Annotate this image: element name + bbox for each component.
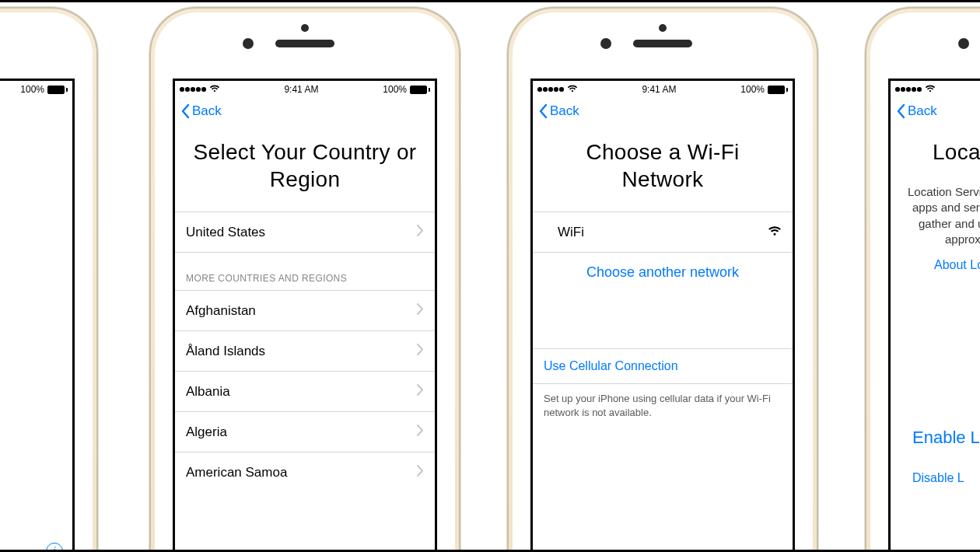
wifi-status-icon	[209, 85, 220, 94]
enable-location-button[interactable]: Enable Lo	[891, 409, 980, 448]
phone-location: Back Locatio Location Service apps and s…	[865, 7, 980, 552]
chevron-right-icon	[417, 424, 424, 440]
network-name: WiFi	[544, 225, 584, 240]
country-label: American Samoa	[186, 465, 287, 480]
country-row[interactable]: American Samoa	[175, 452, 435, 492]
back-button[interactable]: Back	[895, 103, 937, 119]
country-label: Albania	[186, 384, 230, 400]
phone-country: 9:41 AM 100% Back Select Your Country or…	[149, 7, 460, 552]
back-button[interactable]: Back	[537, 103, 579, 119]
wifi-status-icon	[567, 85, 578, 94]
wifi-network-row[interactable]: WiFi	[533, 211, 793, 252]
disable-location-button[interactable]: Disable L	[891, 448, 980, 485]
country-label: Afghanistan	[186, 303, 256, 319]
screen-country: 9:41 AM 100% Back Select Your Country or…	[173, 79, 437, 552]
country-label: Åland Islands	[186, 344, 265, 359]
status-bar: 100%	[0, 81, 72, 98]
screen-wifi: 9:41 AM 100% Back Choose a Wi-Fi Network…	[530, 79, 795, 552]
battery-icon	[410, 86, 430, 94]
phone-wifi: 9:41 AM 100% Back Choose a Wi-Fi Network…	[507, 7, 818, 552]
battery-icon	[768, 86, 788, 94]
location-description: Location Service apps and service gather…	[891, 184, 980, 258]
info-icon[interactable]: i	[46, 543, 63, 552]
signal-dots-icon	[895, 87, 922, 92]
signal-dots-icon	[537, 87, 564, 92]
country-label: Algeria	[186, 424, 227, 440]
nav-bar: Back	[175, 98, 435, 124]
chevron-right-icon	[417, 384, 424, 400]
battery-icon	[47, 86, 68, 94]
back-label: Back	[908, 103, 937, 119]
page-title: Choose a Wi-Fi Network	[533, 124, 793, 211]
back-button[interactable]: Back	[180, 103, 222, 119]
status-bar: 9:41 AM 100%	[175, 81, 435, 98]
page-title: Select Your Country or Region	[175, 124, 435, 211]
link-label: Choose another network	[586, 264, 739, 281]
chevron-right-icon	[417, 303, 424, 319]
country-label: United States	[186, 225, 265, 240]
status-time: 9:41 AM	[284, 84, 318, 95]
chevron-right-icon	[417, 225, 424, 240]
page-title: Locatio	[891, 124, 980, 184]
choose-another-network-button[interactable]: Choose another network	[533, 252, 793, 292]
back-label: Back	[550, 103, 579, 119]
country-row[interactable]: Algeria	[175, 411, 435, 452]
nav-bar: Back	[891, 98, 980, 124]
section-header: MORE COUNTRIES AND REGIONS	[175, 253, 435, 290]
cellular-footnote: Set up your iPhone using cellular data i…	[533, 384, 793, 427]
chevron-right-icon	[417, 465, 424, 480]
chevron-right-icon	[417, 344, 424, 359]
status-time: 9:41 AM	[642, 84, 676, 95]
country-row[interactable]: Åland Islands	[175, 330, 435, 371]
screen-location: Back Locatio Location Service apps and s…	[888, 79, 980, 552]
link-label: Use Cellular Connection	[544, 359, 678, 373]
status-bar: 9:41 AM 100%	[533, 81, 793, 98]
chevron-left-icon	[180, 103, 191, 119]
battery-percent: 100%	[383, 84, 407, 95]
nav-bar: Back	[533, 98, 793, 124]
chevron-left-icon	[895, 103, 906, 119]
signal-dots-icon	[180, 87, 206, 92]
chevron-left-icon	[537, 103, 548, 119]
wifi-signal-icon	[768, 225, 782, 240]
screen-hello: 100% up i	[0, 79, 75, 552]
country-row-primary[interactable]: United States	[175, 211, 435, 252]
use-cellular-button[interactable]: Use Cellular Connection	[533, 348, 793, 384]
phone-hello: 100% up i	[0, 7, 98, 552]
country-row[interactable]: Afghanistan	[175, 290, 435, 330]
battery-percent: 100%	[20, 84, 44, 95]
wifi-status-icon	[925, 85, 936, 94]
status-bar	[891, 81, 980, 98]
battery-percent: 100%	[740, 84, 765, 95]
country-row[interactable]: Albania	[175, 371, 435, 411]
back-label: Back	[192, 103, 222, 119]
about-location-link[interactable]: About Lo	[891, 258, 980, 285]
